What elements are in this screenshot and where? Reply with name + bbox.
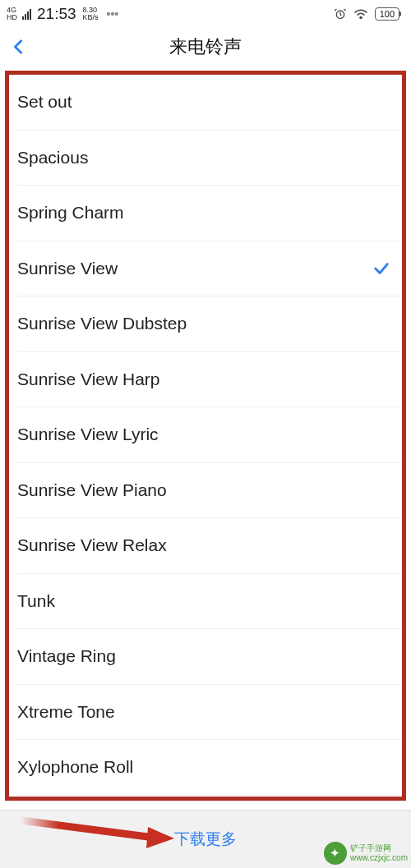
ringtone-label: Set out [17,92,72,112]
ringtone-label: Vintage Ring [17,646,116,666]
svg-point-1 [360,16,362,18]
ringtone-row[interactable]: Sunrise View Piano [17,463,402,519]
ringtone-label: Sunrise View Lyric [17,425,159,444]
network-4g-hd-label: 4G HD [7,7,17,21]
ringtone-row[interactable]: Sunrise View Harp [17,352,402,408]
ringtone-label: Spring Charm [17,203,124,223]
ringtone-label: Sunrise View [17,259,118,278]
download-more-button[interactable]: 下载更多 [174,829,237,850]
status-bar: 4G HD 21:53 8.30 KB/s ••• 100 [0,0,411,26]
watermark-url: www.czjxjc.com [350,853,408,863]
ringtone-row[interactable]: Sunrise View [17,241,402,297]
checkmark-icon [372,259,390,278]
ringtone-label: Xylophone Roll [17,757,133,777]
ringtone-row[interactable]: Sunrise View Dubstep [17,296,402,352]
highlighted-region: Set outSpaciousSpring CharmSunrise ViewS… [5,71,406,801]
ringtone-row[interactable]: Xylophone Roll [17,740,402,796]
chevron-left-icon [10,33,28,61]
network-speed: 8.30 KB/s [83,7,99,21]
nav-bar: 来电铃声 [0,26,411,67]
ringtone-row[interactable]: Xtreme Tone [17,685,402,741]
signal-strength-icon [22,9,31,20]
ringtone-row[interactable]: Sunrise View Relax [17,518,402,574]
ringtone-row[interactable]: Spring Charm [17,186,402,241]
ringtone-label: Tunk [17,591,55,611]
ringtone-label: Sunrise View Dubstep [17,314,187,333]
battery-indicator: 100 [375,7,399,21]
ringtone-label: Sunrise View Relax [17,535,167,555]
ringtone-label: Sunrise View Harp [17,370,160,389]
ringtone-list[interactable]: Set outSpaciousSpring CharmSunrise ViewS… [9,75,402,796]
clock-time: 21:53 [37,5,76,23]
watermark-site-name: 铲子手游网 [350,843,408,853]
status-left: 4G HD 21:53 8.30 KB/s ••• [7,5,118,23]
more-dots-icon: ••• [107,7,119,21]
ringtone-label: Xtreme Tone [17,702,115,722]
ringtone-label: Spacious [17,148,88,168]
ringtone-row[interactable]: Vintage Ring [17,629,402,685]
ringtone-row[interactable]: Spacious [17,131,402,186]
watermark: ✦ 铲子手游网 www.czjxjc.com [324,842,408,865]
ringtone-row[interactable]: Sunrise View Lyric [17,407,402,463]
alarm-icon [334,7,347,21]
ringtone-row[interactable]: Set out [17,75,402,131]
back-button[interactable] [10,33,28,64]
watermark-logo-icon: ✦ [324,842,347,865]
status-right: 100 [334,7,399,21]
page-title: 来电铃声 [169,34,242,59]
wifi-icon [353,8,368,20]
ringtone-row[interactable]: Tunk [17,574,402,630]
ringtone-label: Sunrise View Piano [17,480,167,500]
